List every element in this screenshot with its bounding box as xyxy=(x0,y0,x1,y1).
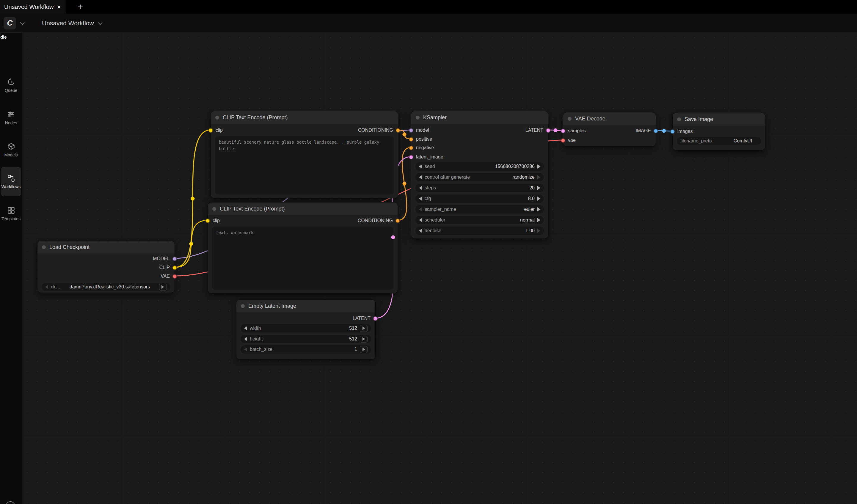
node-title-bar[interactable]: VAE Decode xyxy=(563,112,656,125)
output-conditioning[interactable]: CONDITIONING xyxy=(358,218,400,224)
sidebar-item-queue[interactable]: Queue xyxy=(1,71,21,100)
step-right-icon[interactable] xyxy=(537,175,540,179)
model-port-icon[interactable] xyxy=(172,257,177,261)
clip-port-icon[interactable] xyxy=(208,128,213,133)
node-save-image[interactable]: Save Image images filename_prefix ComfyU… xyxy=(672,113,766,150)
step-right-icon[interactable] xyxy=(537,207,540,212)
step-left-icon[interactable] xyxy=(419,229,422,233)
output-latent[interactable]: LATENT xyxy=(525,127,551,133)
node-title-bar[interactable]: Empty Latent Image xyxy=(236,300,375,312)
control-after-generate-widget[interactable]: control after generate randomize xyxy=(416,173,544,181)
image-port-icon[interactable] xyxy=(654,129,658,133)
collapse-dot-icon[interactable] xyxy=(677,117,681,121)
input-images[interactable]: images xyxy=(670,129,693,134)
step-right-button[interactable] xyxy=(360,325,368,332)
new-workflow-tab-button[interactable]: + xyxy=(74,1,86,13)
comfyui-logo[interactable]: C xyxy=(3,17,16,30)
image-port-icon[interactable] xyxy=(670,129,675,134)
chevron-down-icon[interactable] xyxy=(20,20,25,25)
output-model[interactable]: MODEL xyxy=(153,256,177,262)
collapse-dot-icon[interactable] xyxy=(212,207,216,211)
collapse-dot-icon[interactable] xyxy=(241,304,245,308)
filename-prefix-widget[interactable]: filename_prefix ComfyUI xyxy=(677,137,761,145)
step-right-icon[interactable] xyxy=(537,197,540,201)
step-left-icon[interactable] xyxy=(419,207,422,212)
latent-port-icon[interactable] xyxy=(373,316,377,321)
collapse-dot-icon[interactable] xyxy=(416,116,420,119)
node-vae-decode[interactable]: VAE Decode samples vae IMAGE xyxy=(563,112,656,147)
input-positive[interactable]: positive xyxy=(409,136,432,142)
cfg-widget[interactable]: cfg 8.0 xyxy=(416,195,544,203)
vae-port-icon[interactable] xyxy=(561,138,565,143)
model-port-icon[interactable] xyxy=(409,128,413,133)
input-model[interactable]: model xyxy=(409,127,429,133)
step-right-icon[interactable] xyxy=(537,218,540,222)
node-clip-text-encode-positive[interactable]: CLIP Text Encode (Prompt) clip CONDITION… xyxy=(211,111,398,198)
sidebar-item-workflows[interactable]: Workflows xyxy=(1,167,21,196)
clip-port-icon[interactable] xyxy=(172,266,177,270)
step-left-icon[interactable] xyxy=(419,165,422,169)
node-empty-latent-image[interactable]: Empty Latent Image LATENT width 512 heig… xyxy=(236,299,375,359)
ckpt-name-widget[interactable]: ck… damnPonyxlRealistic_v30.safetensors xyxy=(41,283,170,291)
node-title-bar[interactable]: CLIP Text Encode (Prompt) xyxy=(211,111,398,124)
step-right-icon[interactable] xyxy=(537,186,540,190)
height-widget[interactable]: height 512 xyxy=(240,335,371,343)
input-negative[interactable]: negative xyxy=(409,145,434,151)
conditioning-port-icon[interactable] xyxy=(409,137,413,141)
node-title-bar[interactable]: Save Image xyxy=(673,113,765,125)
clip-port-icon[interactable] xyxy=(205,219,210,223)
input-clip[interactable]: clip xyxy=(208,127,223,133)
output-vae[interactable]: VAE xyxy=(161,273,177,279)
batch-size-widget[interactable]: batch_size 1 xyxy=(240,345,371,354)
vae-port-icon[interactable] xyxy=(172,274,177,279)
collapse-dot-icon[interactable] xyxy=(568,117,572,121)
step-left-icon[interactable] xyxy=(419,218,422,222)
node-ksampler[interactable]: KSampler model positive negative latent_… xyxy=(411,111,548,239)
step-right-button[interactable] xyxy=(159,284,167,290)
output-latent[interactable]: LATENT xyxy=(353,316,377,321)
seed-widget[interactable]: seed 156680208700286 xyxy=(416,162,544,171)
denoise-widget[interactable]: denoise 1.00 xyxy=(416,226,544,235)
step-left-icon[interactable] xyxy=(244,337,247,341)
collapse-dot-icon[interactable] xyxy=(42,245,46,249)
input-vae[interactable]: vae xyxy=(561,137,576,143)
step-right-icon[interactable] xyxy=(537,165,540,169)
node-load-checkpoint[interactable]: Load Checkpoint MODEL CLIP VAE ck… damnP… xyxy=(37,240,175,293)
collapse-dot-icon[interactable] xyxy=(215,116,219,119)
latent-port-icon[interactable] xyxy=(546,128,551,133)
sidebar-item-models[interactable]: Models xyxy=(1,135,21,165)
step-right-icon[interactable] xyxy=(537,229,540,233)
output-conditioning[interactable]: CONDITIONING xyxy=(358,127,400,133)
step-left-icon[interactable] xyxy=(419,186,422,190)
tab-unsaved-workflow[interactable]: Unsaved Workflow xyxy=(0,0,66,14)
latent-port-icon[interactable] xyxy=(409,155,413,159)
node-title-bar[interactable]: CLIP Text Encode (Prompt) xyxy=(208,202,398,215)
help-button[interactable]: ? xyxy=(6,501,15,504)
step-left-icon[interactable] xyxy=(45,285,48,289)
workflow-name-menu[interactable]: Unsaved Workflow xyxy=(38,17,105,29)
step-left-icon[interactable] xyxy=(244,326,247,330)
prompt-text-input[interactable]: text, watermark xyxy=(212,226,393,290)
width-widget[interactable]: width 512 xyxy=(240,324,371,333)
conditioning-port-icon[interactable] xyxy=(396,128,400,133)
step-right-button[interactable] xyxy=(360,346,368,353)
steps-widget[interactable]: steps 20 xyxy=(416,184,544,192)
conditioning-port-icon[interactable] xyxy=(409,146,413,150)
sampler-name-widget[interactable]: sampler_name euler xyxy=(416,205,544,214)
latent-port-icon[interactable] xyxy=(561,129,565,133)
input-latent-image[interactable]: latent_image xyxy=(409,154,443,160)
step-left-icon[interactable] xyxy=(419,175,422,179)
step-left-icon[interactable] xyxy=(419,197,422,201)
output-image[interactable]: IMAGE xyxy=(636,128,658,134)
node-clip-text-encode-negative[interactable]: CLIP Text Encode (Prompt) clip CONDITION… xyxy=(207,202,398,293)
sidebar-item-templates[interactable]: Templates xyxy=(1,199,21,228)
node-title-bar[interactable]: Load Checkpoint xyxy=(37,241,174,253)
input-samples[interactable]: samples xyxy=(561,128,586,134)
input-clip[interactable]: clip xyxy=(205,218,220,224)
output-clip[interactable]: CLIP xyxy=(159,265,177,271)
node-title-bar[interactable]: KSampler xyxy=(411,111,548,124)
conditioning-port-icon[interactable] xyxy=(396,219,400,223)
scheduler-widget[interactable]: scheduler normal xyxy=(416,216,544,224)
step-right-button[interactable] xyxy=(360,336,368,342)
sidebar-item-nodes[interactable]: Nodes xyxy=(1,103,21,132)
